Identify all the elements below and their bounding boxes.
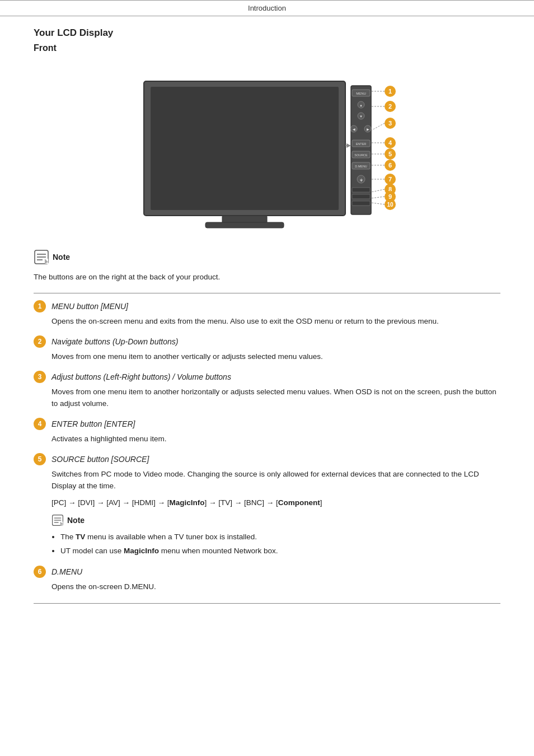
page-header: Introduction xyxy=(0,0,534,16)
svg-text:7: 7 xyxy=(388,176,392,183)
section-title: Your LCD Display xyxy=(34,27,500,39)
badge-3: 3 xyxy=(34,371,46,383)
badge-4: 4 xyxy=(34,418,46,430)
button-desc-4: Activates a highlighted menu item. xyxy=(51,433,500,445)
svg-text:3: 3 xyxy=(388,120,392,127)
button-item-3: 3 Adjust buttons (Left-Right buttons) / … xyxy=(34,371,500,410)
button-item-6: 6 D.MENU Opens the on-screen D.MENU. xyxy=(34,566,500,593)
note-icon xyxy=(34,249,49,265)
svg-line-54 xyxy=(371,189,385,192)
button-header-6: 6 D.MENU xyxy=(34,566,500,578)
button-desc-5: Switches from PC mode to Video mode. Cha… xyxy=(51,469,500,492)
note-box: Note xyxy=(34,249,500,265)
button-header-3: 3 Adjust buttons (Left-Right buttons) / … xyxy=(34,371,500,383)
svg-text:▲: ▲ xyxy=(359,104,363,107)
button-name-5: SOURCE button [SOURCE] xyxy=(51,455,149,464)
button-name-4: ENTER button [ENTER] xyxy=(51,419,135,428)
button-header-1: 1 MENU button [MENU] xyxy=(34,300,500,312)
divider-bottom xyxy=(34,603,500,604)
badge-5: 5 xyxy=(34,453,46,465)
svg-text:2: 2 xyxy=(388,103,392,110)
source-note-box: Note xyxy=(51,514,500,526)
svg-text:5: 5 xyxy=(388,151,392,157)
svg-line-56 xyxy=(371,203,385,204)
main-content: Your LCD Display Front MENU ▲ xyxy=(0,27,534,604)
button-desc-6: Opens the on-screen D.MENU. xyxy=(51,581,500,593)
button-name-1: MENU button [MENU] xyxy=(51,302,128,311)
svg-text:SOURCE: SOURCE xyxy=(354,153,368,157)
divider-top xyxy=(34,293,500,293)
svg-text:⏻: ⏻ xyxy=(360,178,363,181)
subsection-title: Front xyxy=(34,43,500,53)
svg-text:1: 1 xyxy=(388,88,392,95)
button-header-2: 2 Navigate buttons (Up-Down buttons) xyxy=(34,335,500,348)
source-note-icon xyxy=(51,514,64,526)
svg-text:◀: ◀ xyxy=(353,128,355,131)
button-desc-3: Moves from one menu item to another hori… xyxy=(51,386,500,410)
note-label: Note xyxy=(53,253,70,262)
svg-line-55 xyxy=(371,197,385,198)
svg-text:6: 6 xyxy=(388,162,392,169)
svg-rect-25 xyxy=(352,194,370,199)
note-text: The buttons are on the right at the back… xyxy=(34,272,500,283)
monitor-diagram: MENU ▲ ▼ ◀ ▶ ENTER SOURCE D.MENU xyxy=(110,70,424,232)
svg-rect-1 xyxy=(151,87,339,210)
button-name-6: D.MENU xyxy=(51,567,82,576)
svg-text:10: 10 xyxy=(387,202,394,208)
badge-1: 1 xyxy=(34,300,46,312)
button-item-2: 2 Navigate buttons (Up-Down buttons) Mov… xyxy=(34,335,500,363)
header-title: Introduction xyxy=(248,4,286,12)
svg-rect-26 xyxy=(352,201,370,206)
svg-text:ENTER: ENTER xyxy=(356,142,367,146)
svg-text:MENU: MENU xyxy=(356,92,366,95)
button-list: 1 MENU button [MENU] Opens the on-screen… xyxy=(34,300,500,593)
button-desc-2: Moves from one menu item to another vert… xyxy=(51,351,500,363)
source-note-label: Note xyxy=(67,516,85,525)
bullet-1: The TV menu is available when a TV tuner… xyxy=(60,531,500,544)
svg-text:▼: ▼ xyxy=(359,115,363,118)
svg-text:D.MENU: D.MENU xyxy=(355,165,367,168)
button-header-4: 4 ENTER button [ENTER] xyxy=(34,418,500,430)
button-item-4: 4 ENTER button [ENTER] Activates a highl… xyxy=(34,418,500,445)
source-bullets: The TV menu is available when a TV tuner… xyxy=(51,531,500,558)
button-name-3: Adjust buttons (Left-Right buttons) / Vo… xyxy=(51,372,231,381)
svg-rect-24 xyxy=(352,188,370,192)
svg-text:4: 4 xyxy=(388,139,392,146)
svg-text:▶: ▶ xyxy=(367,128,369,131)
button-name-2: Navigate buttons (Up-Down buttons) xyxy=(51,337,178,346)
badge-2: 2 xyxy=(34,335,46,348)
button-item-5: 5 SOURCE button [SOURCE] Switches from P… xyxy=(34,453,500,558)
bullet-2: UT model can use MagicInfo menu when mou… xyxy=(60,545,500,558)
button-item-1: 1 MENU button [MENU] Opens the on-screen… xyxy=(34,300,500,328)
badge-6: 6 xyxy=(34,566,46,578)
svg-marker-5 xyxy=(346,143,351,148)
button-header-5: 5 SOURCE button [SOURCE] xyxy=(34,453,500,465)
button-desc-1: Opens the on-screen menu and exits from … xyxy=(51,316,500,328)
svg-rect-3 xyxy=(205,222,284,228)
diagram-area: MENU ▲ ▼ ◀ ▶ ENTER SOURCE D.MENU xyxy=(34,64,500,232)
source-chain: [PC] → [DVI] → [AV] → [HDMI] → [MagicInf… xyxy=(51,497,500,509)
svg-line-49 xyxy=(371,123,385,130)
